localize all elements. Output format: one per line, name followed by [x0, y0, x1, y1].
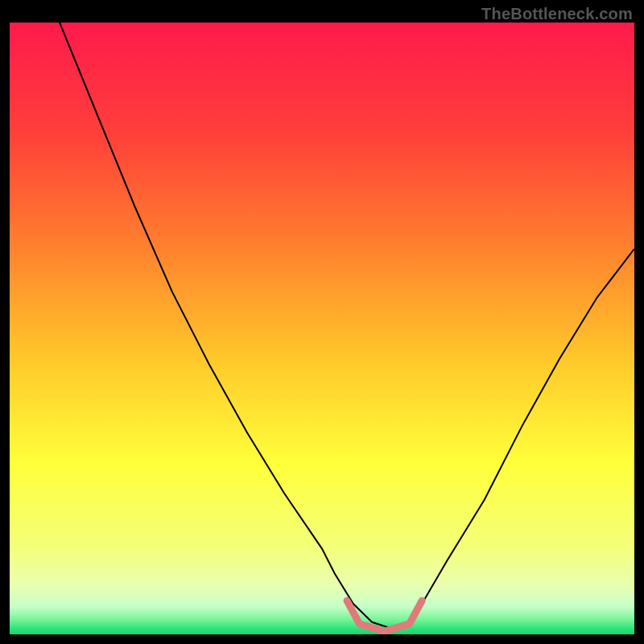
plot-area: [10, 23, 634, 634]
watermark-text: TheBottleneck.com: [481, 5, 633, 23]
bottleneck-curve: [60, 23, 634, 628]
curve-layer: [10, 23, 634, 634]
stage: TheBottleneck.com: [0, 0, 644, 644]
